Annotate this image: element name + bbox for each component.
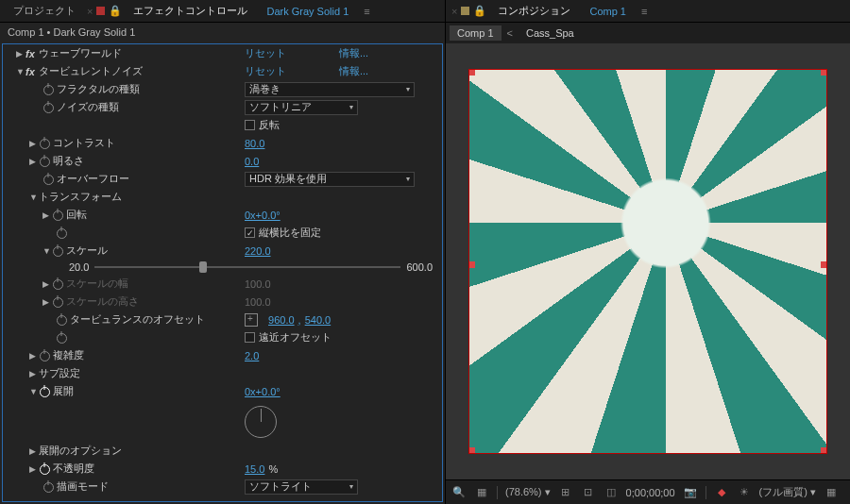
timecode[interactable]: 0;00;00;00	[626, 487, 675, 498]
lock-icon[interactable]: 🔒	[109, 5, 122, 17]
prop-scale-h: スケールの高さ	[66, 294, 139, 309]
stopwatch-icon[interactable]	[56, 314, 67, 326]
reset-button[interactable]: リセット	[245, 46, 286, 60]
prop-complexity: 複雑度	[53, 348, 84, 362]
transparency-icon[interactable]: ⊡	[581, 485, 596, 500]
mask-icon[interactable]: ◫	[604, 485, 619, 500]
caret-icon[interactable]: ▼	[29, 387, 39, 396]
label-swatch	[461, 7, 469, 15]
magnify-icon[interactable]: 🔍	[451, 485, 467, 500]
transform-handle[interactable]	[821, 69, 827, 76]
reset-button[interactable]: リセット	[245, 64, 286, 78]
panel-menu-icon[interactable]: ≡	[364, 6, 369, 17]
exposure-icon[interactable]: ☀	[737, 485, 752, 500]
stopwatch-icon[interactable]	[52, 245, 63, 257]
contrast-value[interactable]: 80.0	[245, 138, 264, 149]
scale-h-value: 100.0	[245, 296, 271, 308]
complexity-value[interactable]: 2.0	[245, 350, 259, 361]
layer-bounds[interactable]	[468, 69, 827, 454]
transform-handle[interactable]	[821, 447, 827, 454]
tab-composition[interactable]: コンポジション	[490, 1, 578, 21]
effects-panel-tabs: プロジェクト × 🔒 エフェクトコントロール Dark Gray Solid 1…	[0, 0, 445, 23]
offset-y[interactable]: 540.0	[305, 314, 332, 326]
breadcrumb-arrow-icon[interactable]: <	[503, 27, 517, 39]
caret-icon[interactable]: ▶	[42, 210, 52, 220]
uniform-scale-checkbox[interactable]: ✓	[245, 227, 255, 238]
offset-x[interactable]: 960.0	[268, 314, 295, 326]
transform-handle[interactable]	[468, 69, 475, 76]
caret-icon[interactable]: ▶	[29, 351, 39, 361]
tab-target[interactable]: Dark Gray Solid 1	[259, 3, 356, 20]
scale-value[interactable]: 220.0	[245, 245, 271, 257]
caret-icon[interactable]: ▼	[29, 193, 39, 202]
prop-opacity: 不透明度	[53, 462, 94, 476]
prop-brightness: 明るさ	[53, 154, 84, 168]
stopwatch-icon	[52, 296, 63, 308]
zoom-dropdown[interactable]: (78.6%) ▾	[505, 486, 551, 498]
opacity-value[interactable]: 15.0	[245, 463, 264, 475]
noise-type-dropdown[interactable]: ソフトリニア▾	[245, 100, 358, 115]
panel-menu-icon[interactable]: ≡	[641, 6, 647, 17]
caret-icon[interactable]: ▶	[29, 464, 39, 474]
caret-icon[interactable]: ▶	[29, 139, 39, 148]
comp-panel-tabs: × 🔒 コンポジション Comp 1 ≡	[446, 0, 850, 23]
stopwatch-icon[interactable]	[42, 102, 54, 113]
blend-mode-dropdown[interactable]: ソフトライト▾	[245, 479, 358, 495]
stopwatch-icon[interactable]	[39, 463, 50, 475]
caret-icon[interactable]: ▼	[42, 246, 52, 256]
info-link[interactable]: 情報...	[339, 64, 368, 78]
view-icon[interactable]: ▦	[824, 485, 839, 500]
invert-checkbox[interactable]	[245, 120, 255, 130]
scale-max: 600.0	[406, 261, 433, 273]
comp-crumb[interactable]: Cass_Spa	[518, 25, 582, 41]
stopwatch-icon[interactable]	[39, 138, 50, 149]
stopwatch-icon[interactable]	[56, 332, 67, 344]
composition-viewer[interactable]	[446, 43, 850, 479]
stopwatch-icon[interactable]	[42, 174, 54, 185]
persp-offset-checkbox[interactable]	[245, 332, 255, 343]
stopwatch-icon[interactable]	[39, 156, 50, 167]
info-link[interactable]: 情報...	[339, 46, 368, 60]
caret-icon[interactable]: ▶	[29, 157, 39, 166]
caret-icon[interactable]: ▶	[42, 297, 52, 307]
tab-project[interactable]: プロジェクト	[6, 1, 83, 21]
quality-dropdown[interactable]: (フル画質) ▾	[759, 485, 816, 499]
fx-icon[interactable]: fx	[26, 66, 39, 77]
label-swatch	[96, 7, 105, 15]
fractal-type-dropdown[interactable]: 渦巻き▾	[245, 82, 415, 97]
stopwatch-icon[interactable]	[39, 350, 50, 361]
transform-handle[interactable]	[468, 261, 475, 268]
tab-effect-controls[interactable]: エフェクトコントロール	[126, 1, 255, 21]
stopwatch-icon[interactable]	[56, 227, 67, 239]
caret-icon[interactable]: ▶	[29, 446, 39, 456]
lock-icon[interactable]: 🔒	[473, 5, 486, 17]
transform-handle[interactable]	[821, 261, 827, 268]
caret-icon[interactable]: ▶	[16, 49, 26, 59]
effect-name[interactable]: タービュレントノイズ	[39, 64, 143, 78]
fx-icon[interactable]: fx	[26, 48, 39, 59]
channel-icon[interactable]: ◆	[714, 485, 729, 500]
rotation-value[interactable]: 0x+0.0°	[245, 210, 280, 221]
effect-name[interactable]: ウェーブワールド	[39, 46, 122, 60]
position-picker-icon[interactable]	[245, 313, 258, 327]
scale-min: 20.0	[69, 261, 89, 273]
evolution-dial[interactable]	[245, 406, 277, 438]
evolution-value[interactable]: 0x+0.0°	[245, 386, 280, 397]
overflow-dropdown[interactable]: HDR 効果を使用▾	[245, 172, 415, 187]
stopwatch-icon[interactable]	[52, 210, 63, 221]
stopwatch-icon[interactable]	[42, 481, 54, 493]
brightness-value[interactable]: 0.0	[245, 156, 259, 167]
caret-icon[interactable]: ▼	[16, 67, 26, 76]
caret-icon[interactable]: ▶	[29, 369, 39, 378]
comp-name[interactable]: Comp 1	[582, 3, 634, 20]
snapshot-icon[interactable]: 📷	[683, 485, 698, 500]
scale-slider[interactable]	[94, 266, 400, 268]
grid-icon[interactable]: ▦	[474, 485, 489, 500]
caret-icon[interactable]: ▶	[42, 279, 52, 289]
resolution-icon[interactable]: ⊞	[558, 485, 573, 500]
stopwatch-icon[interactable]	[42, 84, 54, 95]
stopwatch-icon[interactable]	[39, 386, 50, 397]
prop-scale-w: スケールの幅	[66, 277, 128, 291]
transform-handle[interactable]	[468, 447, 475, 454]
comp-tab[interactable]: Comp 1	[450, 25, 502, 41]
